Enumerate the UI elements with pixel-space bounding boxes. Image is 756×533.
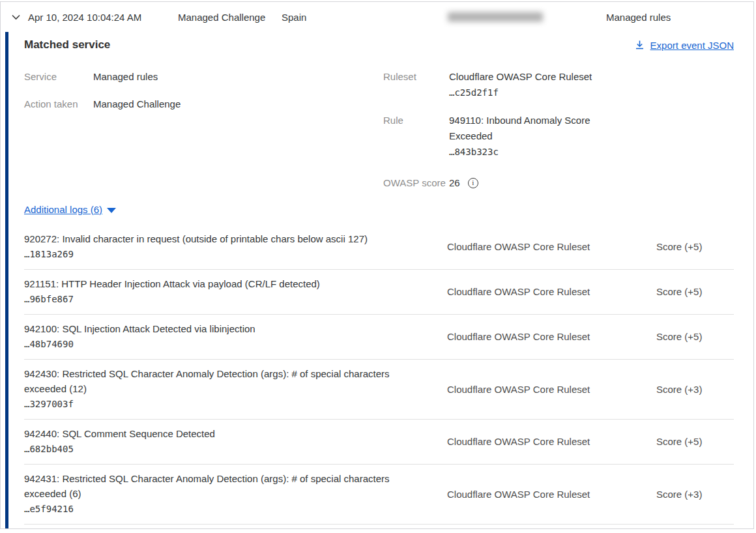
log-ruleset: Cloudflare OWASP Core Ruleset (447, 331, 656, 342)
log-ruleset: Cloudflare OWASP Core Ruleset (447, 286, 656, 297)
details-left-column: Service Managed rules Action taken Manag… (24, 69, 383, 190)
log-score: Score (+5) (656, 436, 734, 447)
details-right-column: Ruleset Cloudflare OWASP Core Ruleset …c… (383, 69, 605, 190)
ruleset-hash: …c25d2f1f (449, 85, 605, 100)
log-hash: …1813a269 (24, 246, 415, 262)
log-score: Score (+3) (656, 489, 734, 500)
additional-logs-toggle[interactable]: Additional logs (6) (24, 204, 116, 215)
log-score: Score (+5) (656, 286, 734, 297)
firewall-event-panel: Apr 10, 2024 10:04:24 AM Managed Challen… (0, 1, 754, 529)
log-hash: …3297003f (24, 396, 415, 412)
log-hash: …682bb405 (24, 441, 415, 457)
event-country: Spain (282, 12, 306, 23)
action-taken-label: Action taken (24, 96, 93, 111)
log-ruleset: Cloudflare OWASP Core Ruleset (447, 489, 656, 500)
chevron-down-icon (10, 12, 22, 23)
log-row: 921151: HTTP Header Injection Attack via… (24, 270, 734, 315)
log-row: 942100: SQL Injection Attack Detected vi… (24, 315, 734, 360)
owasp-score-value: 26 (449, 175, 460, 190)
log-row: 942430: Restricted SQL Character Anomaly… (24, 360, 734, 420)
log-description: 920272: Invalid character in request (ou… (24, 233, 368, 244)
ruleset-value: Cloudflare OWASP Core Ruleset (449, 69, 605, 85)
log-row: 942431: Restricted SQL Character Anomaly… (24, 465, 734, 525)
matched-service-title: Matched service (24, 38, 110, 51)
log-row: 942440: SQL Comment Sequence Detected …6… (24, 420, 734, 465)
info-icon[interactable]: i (468, 178, 478, 188)
log-description: 921151: HTTP Header Injection Attack via… (24, 278, 320, 289)
log-score: Score (+5) (656, 241, 734, 252)
rule-label: Rule (383, 113, 449, 160)
log-ruleset: Cloudflare OWASP Core Ruleset (447, 436, 656, 447)
event-service: Managed rules (606, 12, 671, 23)
action-taken-detail-row: Action taken Managed Challenge (24, 96, 383, 111)
log-description: 942431: Restricted SQL Character Anomaly… (24, 473, 390, 499)
ruleset-detail-row: Ruleset Cloudflare OWASP Core Ruleset …c… (383, 69, 605, 100)
log-row: 920272: Invalid character in request (ou… (24, 225, 734, 270)
ruleset-label: Ruleset (383, 69, 449, 100)
log-ruleset: Cloudflare OWASP Core Ruleset (447, 241, 656, 252)
log-description: 942430: Restricted SQL Character Anomaly… (24, 368, 390, 394)
download-icon (635, 40, 645, 50)
log-ruleset: Cloudflare OWASP Core Ruleset (447, 384, 656, 395)
service-detail-row: Service Managed rules (24, 69, 383, 84)
service-label: Service (24, 69, 93, 84)
owasp-score-row: OWASP score 26 i (383, 175, 605, 190)
additional-logs-label: Additional logs (6) (24, 204, 102, 215)
log-score: Score (+3) (656, 384, 734, 395)
event-detail-body: Matched service Export event JSON Servic… (1, 32, 753, 528)
log-hash: …48b74690 (24, 336, 415, 352)
caret-down-icon (107, 208, 116, 213)
log-description: 942100: SQL Injection Attack Detected vi… (24, 323, 255, 334)
owasp-score-label: OWASP score (383, 175, 449, 190)
redacted-host-value (448, 12, 543, 22)
export-link-label: Export event JSON (650, 40, 734, 51)
log-description: 942440: SQL Comment Sequence Detected (24, 428, 215, 439)
service-value: Managed rules (93, 69, 158, 84)
log-hash: …e5f94216 (24, 501, 415, 517)
rule-detail-row: Rule 949110: Inbound Anomaly Score Excee… (383, 113, 605, 160)
action-taken-value: Managed Challenge (93, 96, 181, 111)
export-event-json-link[interactable]: Export event JSON (635, 40, 734, 51)
additional-logs-table: 920272: Invalid character in request (ou… (24, 225, 734, 525)
event-summary-row[interactable]: Apr 10, 2024 10:04:24 AM Managed Challen… (1, 2, 753, 32)
event-action: Managed Challenge (178, 12, 265, 23)
log-score: Score (+5) (656, 331, 734, 342)
rule-hash: …843b323c (449, 144, 605, 160)
collapse-event-button[interactable] (8, 10, 23, 24)
event-timestamp: Apr 10, 2024 10:04:24 AM (28, 12, 141, 23)
log-hash: …96bfe867 (24, 291, 415, 307)
rule-value: 949110: Inbound Anomaly Score Exceeded (449, 113, 605, 144)
